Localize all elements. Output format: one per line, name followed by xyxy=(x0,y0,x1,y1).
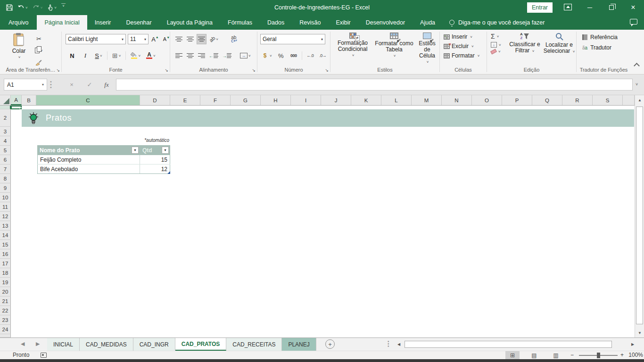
column-header-M[interactable]: M xyxy=(412,95,442,105)
table-header-qty[interactable]: Qtd▼ xyxy=(140,145,170,155)
auto-note[interactable]: *automático xyxy=(37,138,169,143)
font-color-button[interactable]: A˅ xyxy=(145,50,157,61)
ribbon-tab-inserir[interactable]: Inserir xyxy=(87,15,119,30)
normal-view-icon[interactable]: ⊞ xyxy=(505,351,520,359)
font-name-combo[interactable]: Calibri Light▾ xyxy=(66,34,126,44)
align-bottom-icon[interactable] xyxy=(197,34,206,44)
row-header-20[interactable]: 20 xyxy=(0,287,11,296)
column-header-O[interactable]: O xyxy=(472,95,502,105)
fill-color-caret-icon[interactable]: ˅ xyxy=(138,54,140,58)
undo-caret-icon[interactable]: ˅ xyxy=(25,6,28,10)
insert-cells-button[interactable]: Inserir˅ xyxy=(444,33,479,40)
formula-input[interactable] xyxy=(116,79,633,90)
zoom-in-icon[interactable]: + xyxy=(620,352,624,358)
column-header-B[interactable]: B xyxy=(22,95,36,105)
page-layout-view-icon[interactable]: ▤ xyxy=(527,351,541,359)
column-header-C[interactable]: C xyxy=(36,95,140,105)
sheet-tab-inicial[interactable]: INICIAL xyxy=(47,338,80,351)
decrease-indent-icon[interactable]: ← xyxy=(208,50,219,61)
vertical-scroll-thumb[interactable] xyxy=(636,107,643,324)
cell-styles-button[interactable]: Estilos de Célula ˅ xyxy=(415,31,439,72)
sheet-tab-cad_pratos[interactable]: CAD_PRATOS xyxy=(175,338,227,351)
row-header-17[interactable]: 17 xyxy=(0,259,11,268)
restore-button[interactable] xyxy=(601,0,622,15)
row-header-16[interactable]: 16 xyxy=(0,249,11,259)
wrap-text-icon[interactable]: abc↵ xyxy=(230,34,239,44)
page-break-view-icon[interactable]: ▥ xyxy=(549,351,563,359)
table-resize-handle[interactable] xyxy=(167,171,170,174)
column-header-G[interactable]: G xyxy=(231,95,261,105)
ribbon-tab-exibir[interactable]: Exibir xyxy=(328,15,358,30)
row-header-14[interactable]: 14 xyxy=(0,230,11,240)
formula-bar-splitter[interactable]: ••• xyxy=(50,80,52,89)
font-name-arrow-icon[interactable]: ▾ xyxy=(122,37,124,41)
column-header-N[interactable]: N xyxy=(442,95,472,105)
sheet-tab-planej[interactable]: PLANEJ xyxy=(282,338,316,351)
number-format-arrow-icon[interactable]: ▾ xyxy=(321,37,323,41)
row-header-18[interactable]: 18 xyxy=(0,268,11,278)
insert-function-icon[interactable]: fx xyxy=(100,79,113,90)
tab-scroll-splitter[interactable]: ••• xyxy=(388,340,389,347)
format-painter-icon[interactable] xyxy=(34,57,44,67)
fill-button[interactable]: ↓˅ xyxy=(491,42,501,48)
copy-icon[interactable]: ˅ xyxy=(34,45,44,56)
filter-icon[interactable]: ▼ xyxy=(162,147,169,154)
ribbon-tab-desenvolvedor[interactable]: Desenvolvedor xyxy=(358,15,413,30)
sheet-banner[interactable]: Pratos xyxy=(22,109,634,127)
sheet-tab-cad_medidas[interactable]: CAD_MEDIDAS xyxy=(80,338,133,351)
row-header-22[interactable]: 22 xyxy=(0,306,11,315)
delete-cells-button[interactable]: ×Excluir˅ xyxy=(444,43,479,49)
paste-button[interactable]: Colar ˅ xyxy=(7,31,31,72)
merge-center-caret-icon[interactable]: ˅ xyxy=(248,54,251,58)
name-box[interactable]: A1▾ xyxy=(4,79,47,90)
ribbon-tab-layout-da-p-gina[interactable]: Layout da Página xyxy=(159,15,220,30)
row-header-5[interactable]: 5 xyxy=(0,146,11,155)
ribbon-tab-p-gina-inicial[interactable]: Página Inicial xyxy=(37,15,87,30)
new-sheet-icon[interactable]: + xyxy=(325,339,335,349)
conditional-formatting-button[interactable]: ≠ Formatação Condicional ˅ xyxy=(333,31,372,72)
font-color-caret-icon[interactable]: ˅ xyxy=(153,54,156,58)
row-header-11[interactable]: 11 xyxy=(0,202,11,212)
horizontal-scrollbar[interactable]: ◀ ▶ xyxy=(394,340,637,348)
touch-mode-icon[interactable]: ˅ xyxy=(46,2,58,13)
column-header-Q[interactable]: Q xyxy=(532,95,562,105)
borders-caret-icon[interactable]: ˅ xyxy=(119,54,121,58)
sheet-tab-cad_receitas[interactable]: CAD_RECEITAS xyxy=(226,338,282,351)
align-right-icon[interactable] xyxy=(197,50,206,61)
column-header-H[interactable]: H xyxy=(261,95,291,105)
cut-icon[interactable]: ✂ xyxy=(34,33,44,44)
increase-indent-icon[interactable]: → xyxy=(221,50,232,61)
scroll-left-icon[interactable]: ◀ xyxy=(394,340,404,348)
column-header-F[interactable]: F xyxy=(200,95,231,105)
clear-button[interactable]: ˅ xyxy=(491,49,501,54)
clipboard-dialog-launcher-icon[interactable]: ↘ xyxy=(56,68,60,73)
font-size-arrow-icon[interactable]: ▾ xyxy=(144,37,146,41)
sheet-tab-cad_ingr[interactable]: CAD_INGR xyxy=(133,338,175,351)
row-header-21[interactable]: 21 xyxy=(0,296,11,306)
italic-button[interactable]: I xyxy=(81,50,90,61)
close-button[interactable]: × xyxy=(622,0,644,15)
scroll-right-icon[interactable]: ▶ xyxy=(628,340,637,348)
format-as-table-button[interactable]: Formatar como Tabela ˅ xyxy=(374,31,414,72)
percent-style-button[interactable]: % xyxy=(276,50,286,61)
horizontal-scroll-thumb[interactable] xyxy=(405,341,612,348)
name-box-arrow-icon[interactable]: ▾ xyxy=(42,82,44,87)
row-header-9[interactable]: 9 xyxy=(0,183,11,193)
column-header-P[interactable]: P xyxy=(502,95,532,105)
column-header-R[interactable]: R xyxy=(562,95,593,105)
column-header-I[interactable]: I xyxy=(291,95,321,105)
column-header-S[interactable]: S xyxy=(593,95,623,105)
row-header-24[interactable]: 24 xyxy=(0,325,11,334)
touch-mode-caret-icon[interactable]: ˅ xyxy=(54,6,57,10)
row-header-1[interactable] xyxy=(0,106,11,109)
ribbon-tab-ajuda[interactable]: Ajuda xyxy=(413,15,443,30)
row-header-partial[interactable] xyxy=(0,334,11,337)
table-header-name[interactable]: Nome do Prato▼ xyxy=(37,145,140,155)
active-cell-selection[interactable] xyxy=(11,106,22,109)
alignment-dialog-launcher-icon[interactable]: ↘ xyxy=(252,68,256,73)
scroll-down-icon[interactable]: ▼ xyxy=(635,328,644,337)
collapse-ribbon-icon[interactable] xyxy=(634,63,640,69)
row-header-12[interactable]: 12 xyxy=(0,212,11,221)
tell-me-box[interactable]: Diga-me o que você deseja fazer xyxy=(449,15,545,30)
find-select-button[interactable]: Localizar e Selecionar ˅ xyxy=(543,31,576,72)
